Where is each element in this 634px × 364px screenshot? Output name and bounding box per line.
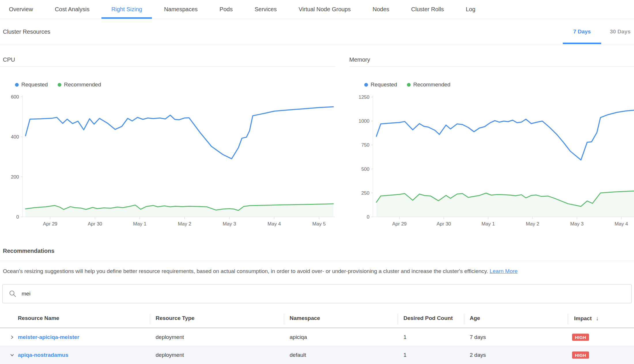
memory-legend-requested[interactable]: Requested xyxy=(364,81,397,88)
col-header-age[interactable]: Age xyxy=(470,315,480,321)
cpu-requested-line xyxy=(26,107,333,159)
cluster-resources-header: Cluster Resources 7 Days30 Days xyxy=(0,19,634,44)
column-separator xyxy=(568,314,568,324)
col-header-impact[interactable]: Impact↓ xyxy=(574,315,599,322)
time-range-tabs: 7 Days30 Days xyxy=(573,19,631,44)
legend-label: Requested xyxy=(371,81,397,88)
impact-badge: HIGH xyxy=(572,333,589,341)
legend-dot-icon xyxy=(58,83,61,87)
col-header-resource-type[interactable]: Resource Type xyxy=(156,315,195,321)
memory-legend: RequestedRecommended xyxy=(364,81,450,88)
y-tick-label: 0 xyxy=(367,214,369,220)
col-header-label: Desired Pod Count xyxy=(403,315,453,321)
nav-tab-cluster-rolls[interactable]: Cluster Rolls xyxy=(411,0,444,19)
impact-cell: HIGH xyxy=(572,333,589,341)
y-tick-label: 750 xyxy=(361,142,369,148)
nav-tab-log[interactable]: Log xyxy=(466,0,475,19)
x-tick-label: May 5 xyxy=(312,221,326,227)
x-tick-label: May 3 xyxy=(570,221,584,227)
nav-tab-overview[interactable]: Overview xyxy=(9,0,33,19)
learn-more-link[interactable]: Learn More xyxy=(490,268,518,274)
nav-tab-services[interactable]: Services xyxy=(254,0,277,19)
age-value: 2 days xyxy=(470,352,486,358)
x-tick-label: May 3 xyxy=(223,221,236,227)
col-header-resource-name[interactable]: Resource Name xyxy=(18,315,59,321)
recommendations-title: Recommendations xyxy=(3,248,54,254)
top-nav: OverviewCost AnalysisRight SizingNamespa… xyxy=(0,0,634,19)
y-tick-label: 500 xyxy=(361,166,369,172)
memory-chart-title: Memory xyxy=(349,56,370,63)
recommendations-divider xyxy=(0,261,634,261)
right-sizing-page: OverviewCost AnalysisRight SizingNamespa… xyxy=(0,0,634,364)
col-header-label: Namespace xyxy=(290,315,320,321)
column-separator xyxy=(284,314,284,324)
recommendations-description: Ocean's resizing suggestions will help y… xyxy=(3,268,518,274)
desired-pod-count-value: 1 xyxy=(403,352,407,358)
x-tick-label: May 2 xyxy=(178,221,191,227)
cpu-legend-requested[interactable]: Requested xyxy=(15,81,48,88)
nav-tab-namespaces[interactable]: Namespaces xyxy=(164,0,198,19)
col-header-label: Impact xyxy=(574,315,592,322)
cpu-legend-recommended[interactable]: Recommended xyxy=(58,81,101,88)
x-tick-label: May 1 xyxy=(482,221,495,227)
impact-cell: HIGH xyxy=(572,352,589,359)
chevron-down-icon[interactable] xyxy=(10,353,14,357)
memory-title-divider xyxy=(349,67,634,67)
memory-requested-line xyxy=(376,110,634,160)
cpu-line-chart: 0200400600Apr 29Apr 30May 1May 2May 3May… xyxy=(0,92,337,230)
x-tick-label: May 2 xyxy=(526,221,539,227)
col-header-desired-pod-count[interactable]: Desired Pod Count xyxy=(403,315,453,321)
resource-search-box xyxy=(2,284,632,303)
resource-name-link[interactable]: apiqa-nostradamus xyxy=(18,352,68,358)
nav-tab-right-sizing[interactable]: Right Sizing xyxy=(111,0,142,19)
cpu-legend: RequestedRecommended xyxy=(15,81,101,88)
y-tick-label: 1000 xyxy=(358,118,369,124)
range-tab-7-days[interactable]: 7 Days xyxy=(573,19,591,44)
age-value: 7 days xyxy=(470,334,486,340)
memory-line-chart: 025050075010001250Apr 29Apr 30May 1May 2… xyxy=(349,92,634,230)
desired-pod-count-value: 1 xyxy=(403,334,407,340)
cpu-recommended-area xyxy=(26,204,333,217)
x-tick-label: May 4 xyxy=(267,221,281,227)
impact-badge: HIGH xyxy=(572,352,589,359)
nav-tab-nodes[interactable]: Nodes xyxy=(373,0,389,19)
namespace-value: apiciqa xyxy=(290,334,307,340)
x-tick-label: May 4 xyxy=(615,221,628,227)
column-separator xyxy=(398,314,398,324)
resource-type-value: deployment xyxy=(156,334,184,340)
legend-label: Requested xyxy=(21,81,48,88)
table-row-apiqa-nostradamus[interactable]: apiqa-nostradamusdeploymentdefault12 day… xyxy=(0,346,634,364)
nav-tab-virtual-node-groups[interactable]: Virtual Node Groups xyxy=(299,0,351,19)
nav-tab-cost-analysis[interactable]: Cost Analysis xyxy=(55,0,89,19)
legend-label: Recommended xyxy=(413,81,450,88)
legend-dot-icon xyxy=(15,83,19,87)
y-tick-label: 600 xyxy=(11,94,19,100)
table-row-meister-apiciqa-meister[interactable]: meister-apiciqa-meisterdeploymentapiciqa… xyxy=(0,328,634,346)
y-tick-label: 250 xyxy=(361,190,369,196)
legend-dot-icon xyxy=(364,83,368,87)
legend-label: Recommended xyxy=(64,81,101,88)
y-tick-label: 0 xyxy=(16,214,19,220)
recommendations-description-text: Ocean's resizing suggestions will help y… xyxy=(3,268,488,274)
range-tab-30-days[interactable]: 30 Days xyxy=(610,19,631,44)
x-tick-label: Apr 29 xyxy=(43,221,57,227)
legend-dot-icon xyxy=(407,83,411,87)
namespace-value: default xyxy=(290,352,306,358)
memory-legend-recommended[interactable]: Recommended xyxy=(407,81,450,88)
col-header-namespace[interactable]: Namespace xyxy=(290,315,320,321)
x-tick-label: May 1 xyxy=(133,221,146,227)
search-input[interactable] xyxy=(21,290,631,297)
col-header-label: Resource Name xyxy=(18,315,59,321)
y-tick-label: 400 xyxy=(11,134,19,140)
col-header-label: Resource Type xyxy=(156,315,195,321)
chevron-right-icon[interactable] xyxy=(10,335,14,340)
search-icon xyxy=(9,290,17,298)
nav-tab-pods[interactable]: Pods xyxy=(220,0,233,19)
cluster-resources-title: Cluster Resources xyxy=(3,28,50,35)
sort-desc-icon[interactable]: ↓ xyxy=(596,315,599,322)
x-tick-label: Apr 30 xyxy=(437,221,451,227)
resource-type-value: deployment xyxy=(156,352,184,358)
cpu-title-divider xyxy=(0,67,335,67)
y-tick-label: 200 xyxy=(11,174,19,180)
resource-name-link[interactable]: meister-apiciqa-meister xyxy=(18,334,79,340)
